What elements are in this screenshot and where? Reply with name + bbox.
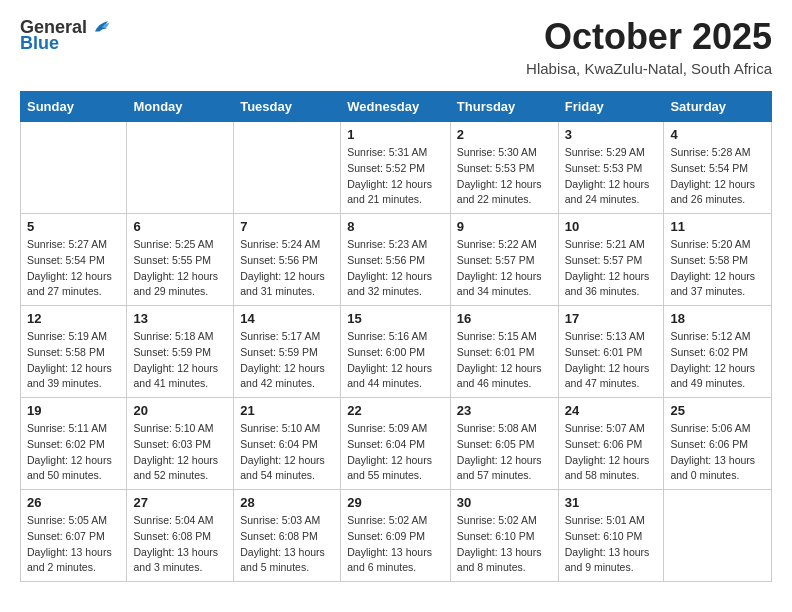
day-header-wednesday: Wednesday — [341, 92, 451, 122]
calendar-week-row: 12Sunrise: 5:19 AM Sunset: 5:58 PM Dayli… — [21, 306, 772, 398]
day-info: Sunrise: 5:11 AM Sunset: 6:02 PM Dayligh… — [27, 421, 120, 484]
calendar-cell: 6Sunrise: 5:25 AM Sunset: 5:55 PM Daylig… — [127, 214, 234, 306]
day-number: 2 — [457, 127, 552, 142]
calendar-cell: 16Sunrise: 5:15 AM Sunset: 6:01 PM Dayli… — [450, 306, 558, 398]
day-number: 13 — [133, 311, 227, 326]
day-info: Sunrise: 5:20 AM Sunset: 5:58 PM Dayligh… — [670, 237, 765, 300]
day-number: 16 — [457, 311, 552, 326]
day-info: Sunrise: 5:10 AM Sunset: 6:04 PM Dayligh… — [240, 421, 334, 484]
day-number: 22 — [347, 403, 444, 418]
calendar-cell: 19Sunrise: 5:11 AM Sunset: 6:02 PM Dayli… — [21, 398, 127, 490]
day-info: Sunrise: 5:12 AM Sunset: 6:02 PM Dayligh… — [670, 329, 765, 392]
day-number: 6 — [133, 219, 227, 234]
calendar-week-row: 1Sunrise: 5:31 AM Sunset: 5:52 PM Daylig… — [21, 122, 772, 214]
calendar-header-row: SundayMondayTuesdayWednesdayThursdayFrid… — [21, 92, 772, 122]
calendar-cell: 29Sunrise: 5:02 AM Sunset: 6:09 PM Dayli… — [341, 490, 451, 582]
day-number: 28 — [240, 495, 334, 510]
calendar-cell: 24Sunrise: 5:07 AM Sunset: 6:06 PM Dayli… — [558, 398, 664, 490]
calendar-cell — [127, 122, 234, 214]
calendar-cell: 21Sunrise: 5:10 AM Sunset: 6:04 PM Dayli… — [234, 398, 341, 490]
day-number: 9 — [457, 219, 552, 234]
day-header-monday: Monday — [127, 92, 234, 122]
day-info: Sunrise: 5:05 AM Sunset: 6:07 PM Dayligh… — [27, 513, 120, 576]
day-number: 20 — [133, 403, 227, 418]
day-info: Sunrise: 5:31 AM Sunset: 5:52 PM Dayligh… — [347, 145, 444, 208]
day-info: Sunrise: 5:28 AM Sunset: 5:54 PM Dayligh… — [670, 145, 765, 208]
day-info: Sunrise: 5:23 AM Sunset: 5:56 PM Dayligh… — [347, 237, 444, 300]
day-number: 31 — [565, 495, 658, 510]
day-info: Sunrise: 5:15 AM Sunset: 6:01 PM Dayligh… — [457, 329, 552, 392]
day-header-sunday: Sunday — [21, 92, 127, 122]
calendar-cell: 17Sunrise: 5:13 AM Sunset: 6:01 PM Dayli… — [558, 306, 664, 398]
day-info: Sunrise: 5:25 AM Sunset: 5:55 PM Dayligh… — [133, 237, 227, 300]
day-number: 15 — [347, 311, 444, 326]
day-info: Sunrise: 5:01 AM Sunset: 6:10 PM Dayligh… — [565, 513, 658, 576]
day-info: Sunrise: 5:21 AM Sunset: 5:57 PM Dayligh… — [565, 237, 658, 300]
day-number: 12 — [27, 311, 120, 326]
day-number: 5 — [27, 219, 120, 234]
calendar-cell: 14Sunrise: 5:17 AM Sunset: 5:59 PM Dayli… — [234, 306, 341, 398]
day-number: 18 — [670, 311, 765, 326]
day-info: Sunrise: 5:07 AM Sunset: 6:06 PM Dayligh… — [565, 421, 658, 484]
calendar-cell — [664, 490, 772, 582]
calendar-cell: 20Sunrise: 5:10 AM Sunset: 6:03 PM Dayli… — [127, 398, 234, 490]
day-number: 8 — [347, 219, 444, 234]
day-number: 21 — [240, 403, 334, 418]
calendar-cell: 31Sunrise: 5:01 AM Sunset: 6:10 PM Dayli… — [558, 490, 664, 582]
logo: General Blue — [20, 16, 111, 52]
day-number: 3 — [565, 127, 658, 142]
day-number: 7 — [240, 219, 334, 234]
calendar-cell: 5Sunrise: 5:27 AM Sunset: 5:54 PM Daylig… — [21, 214, 127, 306]
calendar-cell: 30Sunrise: 5:02 AM Sunset: 6:10 PM Dayli… — [450, 490, 558, 582]
day-info: Sunrise: 5:19 AM Sunset: 5:58 PM Dayligh… — [27, 329, 120, 392]
day-info: Sunrise: 5:18 AM Sunset: 5:59 PM Dayligh… — [133, 329, 227, 392]
logo-blue: Blue — [20, 34, 111, 52]
calendar-cell: 2Sunrise: 5:30 AM Sunset: 5:53 PM Daylig… — [450, 122, 558, 214]
day-header-friday: Friday — [558, 92, 664, 122]
day-number: 30 — [457, 495, 552, 510]
day-number: 17 — [565, 311, 658, 326]
day-info: Sunrise: 5:24 AM Sunset: 5:56 PM Dayligh… — [240, 237, 334, 300]
day-number: 26 — [27, 495, 120, 510]
day-number: 23 — [457, 403, 552, 418]
calendar-cell: 3Sunrise: 5:29 AM Sunset: 5:53 PM Daylig… — [558, 122, 664, 214]
day-number: 4 — [670, 127, 765, 142]
calendar-cell — [21, 122, 127, 214]
day-header-tuesday: Tuesday — [234, 92, 341, 122]
day-header-saturday: Saturday — [664, 92, 772, 122]
calendar-cell: 23Sunrise: 5:08 AM Sunset: 6:05 PM Dayli… — [450, 398, 558, 490]
day-number: 25 — [670, 403, 765, 418]
calendar-cell: 12Sunrise: 5:19 AM Sunset: 5:58 PM Dayli… — [21, 306, 127, 398]
calendar-cell: 25Sunrise: 5:06 AM Sunset: 6:06 PM Dayli… — [664, 398, 772, 490]
calendar-cell: 22Sunrise: 5:09 AM Sunset: 6:04 PM Dayli… — [341, 398, 451, 490]
day-info: Sunrise: 5:06 AM Sunset: 6:06 PM Dayligh… — [670, 421, 765, 484]
day-info: Sunrise: 5:29 AM Sunset: 5:53 PM Dayligh… — [565, 145, 658, 208]
calendar-cell: 10Sunrise: 5:21 AM Sunset: 5:57 PM Dayli… — [558, 214, 664, 306]
calendar-cell: 15Sunrise: 5:16 AM Sunset: 6:00 PM Dayli… — [341, 306, 451, 398]
day-info: Sunrise: 5:10 AM Sunset: 6:03 PM Dayligh… — [133, 421, 227, 484]
day-number: 10 — [565, 219, 658, 234]
title-area: October 2025 Hlabisa, KwaZulu-Natal, Sou… — [526, 16, 772, 77]
calendar-cell: 27Sunrise: 5:04 AM Sunset: 6:08 PM Dayli… — [127, 490, 234, 582]
calendar-cell: 4Sunrise: 5:28 AM Sunset: 5:54 PM Daylig… — [664, 122, 772, 214]
calendar-table: SundayMondayTuesdayWednesdayThursdayFrid… — [20, 91, 772, 582]
calendar-cell: 11Sunrise: 5:20 AM Sunset: 5:58 PM Dayli… — [664, 214, 772, 306]
day-number: 24 — [565, 403, 658, 418]
day-info: Sunrise: 5:27 AM Sunset: 5:54 PM Dayligh… — [27, 237, 120, 300]
subtitle: Hlabisa, KwaZulu-Natal, South Africa — [526, 60, 772, 77]
calendar-cell: 8Sunrise: 5:23 AM Sunset: 5:56 PM Daylig… — [341, 214, 451, 306]
calendar-cell: 9Sunrise: 5:22 AM Sunset: 5:57 PM Daylig… — [450, 214, 558, 306]
calendar-week-row: 19Sunrise: 5:11 AM Sunset: 6:02 PM Dayli… — [21, 398, 772, 490]
day-info: Sunrise: 5:13 AM Sunset: 6:01 PM Dayligh… — [565, 329, 658, 392]
day-info: Sunrise: 5:22 AM Sunset: 5:57 PM Dayligh… — [457, 237, 552, 300]
day-info: Sunrise: 5:04 AM Sunset: 6:08 PM Dayligh… — [133, 513, 227, 576]
calendar-cell: 26Sunrise: 5:05 AM Sunset: 6:07 PM Dayli… — [21, 490, 127, 582]
calendar-cell: 18Sunrise: 5:12 AM Sunset: 6:02 PM Dayli… — [664, 306, 772, 398]
day-number: 29 — [347, 495, 444, 510]
day-number: 27 — [133, 495, 227, 510]
calendar-cell — [234, 122, 341, 214]
day-info: Sunrise: 5:08 AM Sunset: 6:05 PM Dayligh… — [457, 421, 552, 484]
day-number: 14 — [240, 311, 334, 326]
calendar-week-row: 26Sunrise: 5:05 AM Sunset: 6:07 PM Dayli… — [21, 490, 772, 582]
calendar-cell: 28Sunrise: 5:03 AM Sunset: 6:08 PM Dayli… — [234, 490, 341, 582]
